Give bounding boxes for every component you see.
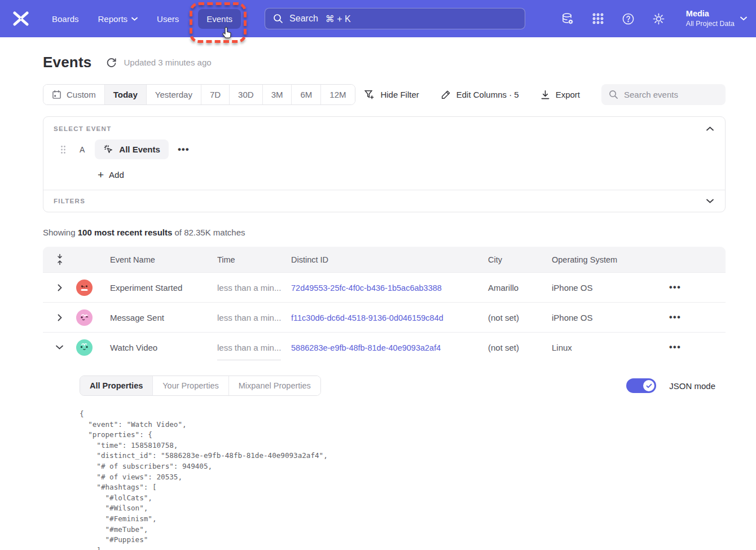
table-row[interactable]: Experiment Started less than a min... 72… [43,272,726,302]
nav-users[interactable]: Users [157,14,179,24]
header-time[interactable]: Time [217,255,291,264]
add-event-button[interactable]: + Add [98,169,124,180]
primary-nav: Boards Reports Users Events [52,9,241,29]
all-events-icon [103,144,114,155]
hide-filter-button[interactable]: Hide Filter [364,89,419,100]
range-today[interactable]: Today [104,85,146,104]
query-builder-card: SELECT EVENT A All Even [43,116,726,212]
cell-city: (not set) [488,313,552,322]
tab-your-properties[interactable]: Your Properties [152,376,228,395]
table-row-expanded[interactable]: Watch Video less than a min... 5886283e-… [43,332,726,362]
search-icon [609,90,618,99]
chevron-right-icon [58,284,62,291]
event-avatar [76,309,93,326]
refresh-button[interactable] [106,57,117,68]
event-detail-panel: All Properties Your Properties Mixpanel … [43,362,726,550]
project-scope: All Project Data [686,19,735,28]
results-summary: Showing 100 most recent results of 82.35… [43,228,726,237]
properties-tabs: All Properties Your Properties Mixpanel … [80,376,321,396]
row-expand-button[interactable] [56,312,64,323]
help-icon[interactable] [622,12,635,25]
event-selector-chip[interactable]: All Events [95,139,169,159]
toggle-knob [643,380,654,391]
expand-collapse-all-icon [56,254,64,265]
nav-reports-label: Reports [98,14,128,24]
ellipsis-icon: ••• [669,282,681,292]
search-events-input[interactable]: Search events [601,84,726,105]
expand-filters-button[interactable] [705,198,715,204]
header-distinct-id[interactable]: Distinct ID [291,255,488,264]
ellipsis-icon: ••• [669,342,681,352]
distinct-id-link[interactable]: 72d49553-25fc-4f0c-b436-1b5ac6ab3388 [291,283,442,293]
ellipsis-icon: ••• [669,312,681,322]
nav-reports[interactable]: Reports [98,14,138,24]
toolbar-actions: Hide Filter Edit Columns · 5 Export Sear… [364,84,726,105]
row-more-button[interactable]: ••• [669,312,681,322]
tab-all-properties[interactable]: All Properties [80,376,152,395]
header-os[interactable]: Operating System [552,255,666,264]
range-yesterday[interactable]: Yesterday [146,85,201,104]
plus-icon: + [98,169,104,180]
range-12m[interactable]: 12M [320,85,354,104]
range-6m[interactable]: 6M [291,85,320,104]
calendar-icon [52,90,61,99]
chevron-down-icon [131,17,138,21]
project-info: Media All Project Data [686,8,735,28]
collapse-select-event-button[interactable] [705,125,715,132]
row-collapse-button[interactable] [54,343,65,351]
header-event-name[interactable]: Event Name [110,255,217,264]
header-city[interactable]: City [488,255,552,264]
mixpanel-logo-icon[interactable] [11,10,30,27]
export-button[interactable]: Export [540,90,580,100]
cell-time: less than a min... [217,283,291,293]
pencil-icon [441,90,451,100]
chevron-down-icon [706,199,714,203]
edit-columns-button[interactable]: Edit Columns · 5 [441,90,519,100]
download-icon [540,90,550,100]
range-30d[interactable]: 30D [229,85,262,104]
search-label: Search [289,14,318,24]
expand-all-button[interactable] [54,252,65,267]
cell-city: (not set) [488,343,552,352]
events-table: Event Name Time Distinct ID City Operati… [43,247,726,550]
events-page: Events Updated 3 minutes ago Custom Toda… [0,54,756,550]
distinct-id-link[interactable]: f11c30d6-dc6d-4518-9136-0d046159c84d [291,313,443,322]
page-header: Events Updated 3 minutes ago [43,54,726,71]
updated-text: Updated 3 minutes ago [124,58,211,67]
distinct-id-link[interactable]: 5886283e-e9fb-48fb-81de-40e9093a2af4 [291,343,441,352]
range-3m[interactable]: 3M [262,85,292,104]
json-mode-toggle[interactable] [626,378,656,393]
event-json-viewer[interactable]: { "event": "Watch Video", "properties": … [80,409,715,550]
page-title: Events [43,54,91,71]
chevron-down-icon [740,16,747,21]
event-more-button[interactable]: ••• [178,144,190,155]
nav-events[interactable]: Events [198,9,241,29]
select-event-label: SELECT EVENT [54,125,112,132]
filters-label: FILTERS [54,198,85,204]
drag-handle-icon[interactable] [60,145,66,154]
global-search-input[interactable]: Search ⌘ + K [265,8,525,29]
cell-event-name: Watch Video [110,343,217,352]
tab-mixpanel-properties[interactable]: Mixpanel Properties [228,376,320,395]
cell-os: Linux [552,343,666,352]
toolbar: Custom Today Yesterday 7D 30D 3M 6M 12M … [43,84,726,105]
nav-boards[interactable]: Boards [52,14,79,24]
settings-gear-icon[interactable] [652,12,666,25]
data-management-icon[interactable] [561,12,574,25]
range-7d[interactable]: 7D [201,85,229,104]
event-avatar [76,339,93,356]
row-more-button[interactable]: ••• [669,342,681,352]
range-custom[interactable]: Custom [43,85,104,104]
row-expand-button[interactable] [56,282,64,293]
cell-distinct-id: 5886283e-e9fb-48fb-81de-40e9093a2af4 [291,343,488,352]
project-selector[interactable]: Media All Project Data [686,8,747,28]
cell-os: iPhone OS [552,283,666,293]
apps-grid-icon[interactable] [591,12,605,25]
table-header-row: Event Name Time Distinct ID City Operati… [43,247,726,272]
row-more-button[interactable]: ••• [669,282,681,293]
cell-time: less than a min... [217,343,291,352]
chevron-right-icon [58,314,62,321]
search-events-placeholder: Search events [624,90,678,99]
table-row[interactable]: Message Sent less than a min... f11c30d6… [43,302,726,332]
select-event-section: SELECT EVENT A All Even [43,117,725,190]
